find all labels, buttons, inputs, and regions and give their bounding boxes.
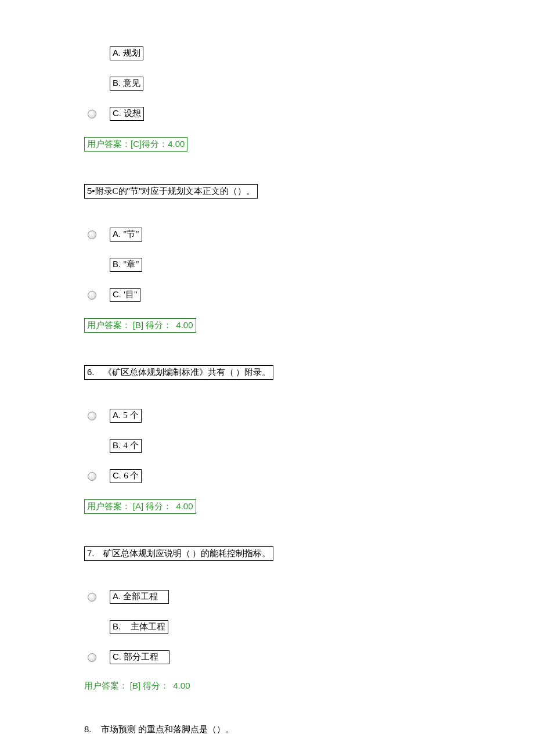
answer-score: 4.00 (176, 501, 193, 511)
radio-spacer (84, 593, 110, 602)
radio-icon[interactable] (88, 593, 96, 602)
answer-score: 4.00 (176, 320, 193, 330)
option-letter: B. (113, 78, 121, 88)
option-text: 全部工程 (123, 592, 158, 601)
q6-option-a: A. 5 个 (110, 409, 142, 423)
q7-question: 7. 矿区总体规划应说明（ ）的能耗控制指标。 (84, 546, 534, 561)
question-number: 8. (84, 724, 92, 734)
option-letter: A. (113, 48, 121, 57)
question-text: 节 (130, 186, 139, 196)
answer-prefix: 用户答案： (87, 502, 131, 511)
option-text: 设想 (124, 109, 141, 118)
q7-option-b: B. 主体工程 (110, 620, 168, 634)
q7-option-b-row: B. 主体工程 (84, 620, 534, 634)
q6-option-c: C. 6 个 (110, 469, 142, 483)
q4-option-c: C. 设想 (110, 107, 144, 121)
q7-option-a: A. 全部工程 (110, 590, 169, 604)
q6-option-b: B. 4 个 (110, 439, 142, 453)
q5-option-a: A. "节" (110, 228, 142, 242)
option-letter: C. (113, 651, 121, 661)
option-letter: C. (113, 108, 121, 118)
q6-option-b-row: B. 4 个 (84, 439, 534, 453)
radio-icon[interactable] (88, 472, 96, 481)
answer-code: [C] (131, 139, 142, 149)
q4-option-a: A. 规划 (110, 46, 143, 60)
q6-option-c-row: C. 6 个 (84, 469, 534, 483)
radio-icon[interactable] (88, 291, 96, 300)
option-letter: B. (113, 621, 121, 631)
answer-score-label: 得分： (142, 139, 168, 149)
question-text: 市场预测 的重点和落脚点是（）。 (101, 725, 234, 734)
q4-option-a-row: A. 规划 (84, 46, 534, 60)
question-text: 《矿区总体规划编制标准》共有（ ）附录。 (103, 368, 271, 377)
radio-icon[interactable] (88, 412, 96, 420)
answer-score-label: 得分： (146, 502, 172, 511)
option-text: "节" (123, 229, 139, 239)
radio-spacer (84, 412, 110, 420)
answer-code: [A] (133, 501, 143, 511)
q7-option-a-row: A. 全部工程 (84, 590, 534, 604)
radio-icon[interactable] (88, 231, 96, 239)
answer-prefix: 用户答案： (84, 681, 128, 690)
q5-option-c: C. '目" (110, 288, 140, 302)
q4-option-b: B. 意见 (110, 77, 143, 91)
answer-score: 4.00 (173, 681, 190, 690)
answer-prefix: 用户答案： (87, 139, 131, 149)
option-letter: A. (113, 229, 121, 239)
option-letter: B. (113, 259, 121, 269)
radio-icon[interactable] (88, 110, 96, 118)
question-text: 矿区总体规划应说明（ ）的能耗控制指标。 (103, 549, 271, 558)
option-letter: B. (113, 440, 121, 450)
q4-option-c-row: C. 设想 (84, 107, 534, 121)
answer-code: [B] (130, 681, 140, 690)
q4-option-b-row: B. 意见 (84, 77, 534, 91)
q5-option-c-row: C. '目" (84, 288, 534, 302)
question-text: 附录C的 (95, 186, 127, 196)
q5-option-a-row: A. "节" (84, 228, 534, 242)
option-letter: A. (113, 410, 121, 420)
q7-option-c: C. 部分工程 (110, 650, 169, 664)
q5-answer: 用户答案： [B] 得分： 4.00 (84, 318, 534, 333)
radio-spacer (84, 653, 110, 662)
q4-answer: 用户答案：[C]得分：4.00 (84, 137, 534, 152)
q5-option-b-row: B. "章" (84, 258, 534, 272)
question-number: 6. (87, 367, 95, 377)
q5-option-b: B. "章" (110, 258, 142, 272)
radio-spacer (84, 472, 110, 481)
option-text: 规划 (123, 48, 140, 57)
answer-score-label: 得分： (146, 321, 172, 330)
option-text: 意见 (123, 78, 140, 88)
option-text: '目" (124, 290, 138, 299)
option-text: 4 个 (123, 441, 138, 450)
question-number: 5• (87, 186, 95, 196)
answer-score-label: 得分： (143, 681, 169, 690)
option-text: 部分工程 (124, 652, 158, 661)
radio-icon[interactable] (88, 653, 96, 662)
option-text: 6 个 (124, 471, 139, 480)
document-body: A. 规划 B. 意见 C. 设想 用户答案：[C]得分：4.00 5•附录C的… (0, 0, 534, 735)
q5-question: 5•附录C的"节"对应于规划文本正文的（）。 (84, 184, 534, 199)
answer-prefix: 用户答案： (87, 321, 131, 330)
option-text: 主体工程 (131, 622, 165, 631)
option-letter: C. (113, 289, 121, 299)
answer-score: 4.00 (168, 139, 185, 149)
option-letter: C. (113, 470, 121, 480)
radio-spacer (84, 291, 110, 300)
q6-answer: 用户答案： [A] 得分： 4.00 (84, 499, 534, 514)
question-text: 对应于规划文本正文的（）。 (142, 186, 255, 196)
question-number: 7. (87, 548, 95, 558)
answer-code: [B] (133, 320, 143, 330)
radio-spacer (84, 231, 110, 239)
q8-question: 8. 市场预测 的重点和落脚点是（）。 (84, 724, 534, 735)
q7-option-c-row: C. 部分工程 (84, 650, 534, 664)
q7-answer: 用户答案： [B] 得分： 4.00 (84, 681, 534, 692)
q6-option-a-row: A. 5 个 (84, 409, 534, 423)
option-text: 5 个 (123, 411, 138, 420)
option-text: "章" (123, 260, 139, 269)
q6-question: 6. 《矿区总体规划编制标准》共有（ ）附录。 (84, 365, 534, 380)
radio-spacer (84, 110, 110, 118)
option-letter: A. (113, 591, 121, 601)
